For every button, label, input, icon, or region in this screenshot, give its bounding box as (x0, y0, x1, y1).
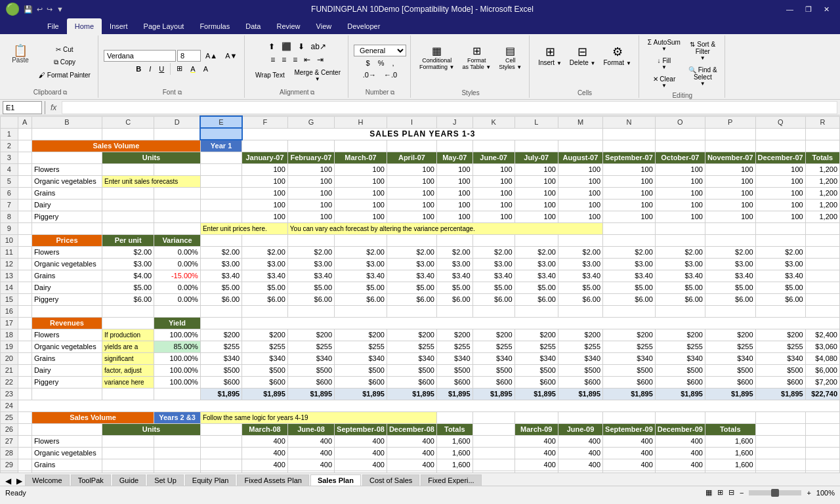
cell-c23[interactable] (102, 388, 154, 400)
cell-q27[interactable] (755, 435, 805, 447)
cell-p23[interactable]: $1,895 (705, 388, 755, 400)
cell-d12[interactable]: 0.00% (154, 258, 201, 270)
cell-m30[interactable]: 400 (558, 471, 602, 472)
cell-r28[interactable] (805, 447, 839, 459)
cell-k21[interactable]: $500 (472, 364, 514, 376)
col-header-j[interactable]: J (436, 116, 472, 128)
cell-r3[interactable]: Totals (805, 152, 839, 163)
cell-a20[interactable] (18, 352, 32, 364)
cell-c13[interactable]: $4.00 (102, 270, 154, 282)
cell-k7[interactable]: 100 (472, 199, 514, 211)
sheet-tab-cost-of-sales[interactable]: Cost of Sales (362, 474, 419, 486)
cell-c11[interactable]: $2.00 (102, 246, 154, 258)
cell-p30[interactable]: 1,600 (705, 471, 755, 472)
cell-r9[interactable] (805, 222, 839, 234)
cell-l16[interactable] (514, 305, 558, 317)
cell-i4[interactable]: 100 (387, 163, 436, 175)
cell-r4[interactable]: 1,200 (805, 163, 839, 175)
cell-p10[interactable] (705, 234, 755, 246)
cell-f28[interactable]: 400 (242, 447, 288, 459)
cell-g30[interactable]: 400 (287, 471, 334, 472)
cell-l14[interactable]: $5.00 (514, 282, 558, 293)
cell-c8[interactable] (102, 211, 154, 222)
cell-q4[interactable]: 100 (755, 163, 805, 175)
cell-l27[interactable]: 400 (514, 435, 558, 447)
cell-m6[interactable]: 100 (558, 187, 602, 199)
cell-i13[interactable]: $3.40 (387, 270, 436, 282)
fill-button[interactable]: ↓ Fill ▼ (644, 55, 684, 72)
cell-p1[interactable] (705, 128, 755, 140)
cell-l4[interactable]: 100 (514, 163, 558, 175)
sheet-tab-sales-plan[interactable]: Sales Plan (310, 474, 361, 486)
cell-i26[interactable]: December-08 (387, 423, 436, 435)
cell-b3[interactable] (32, 152, 102, 163)
cell-q28[interactable] (755, 447, 805, 459)
cell-g9[interactable]: You can vary each forecast by altering t… (287, 222, 602, 234)
cell-q20[interactable]: $340 (755, 352, 805, 364)
cell-k2[interactable] (472, 140, 514, 152)
cut-button[interactable]: ✂ Cut (35, 44, 94, 55)
cell-g27[interactable]: 400 (287, 435, 334, 447)
cell-f6[interactable]: 100 (242, 187, 288, 199)
cell-n7[interactable]: 100 (603, 199, 656, 211)
cell-m18[interactable]: $200 (558, 329, 602, 341)
cell-h27[interactable]: 400 (335, 435, 387, 447)
cell-a23[interactable] (18, 388, 32, 400)
cell-a13[interactable] (18, 270, 32, 282)
cell-b21[interactable]: Dairy (32, 364, 102, 376)
cell-g13[interactable]: $3.40 (287, 270, 334, 282)
cell-f26[interactable]: March-08 (242, 423, 288, 435)
cell-p12[interactable]: $3.00 (705, 258, 755, 270)
sheet-nav-right[interactable]: ▶ (14, 476, 25, 486)
cell-q1[interactable] (755, 128, 805, 140)
sheet-tab-welcome[interactable]: Welcome (25, 474, 70, 486)
cell-l5[interactable]: 100 (514, 175, 558, 187)
cell-j3[interactable]: May-07 (436, 152, 472, 163)
cell-p7[interactable]: 100 (705, 199, 755, 211)
cell-k26[interactable] (472, 423, 514, 435)
cell-e5[interactable] (200, 175, 242, 187)
cell-f20[interactable]: $340 (242, 352, 288, 364)
cell-n1[interactable] (603, 128, 656, 140)
cell-b17[interactable]: Revenues (32, 317, 102, 329)
clear-button[interactable]: ✕ Clear ▼ (644, 74, 684, 91)
cell-d27[interactable] (154, 435, 201, 447)
cell-i23[interactable]: $1,895 (387, 388, 436, 400)
cell-p6[interactable]: 100 (705, 187, 755, 199)
cell-n12[interactable]: $3.00 (603, 258, 656, 270)
cell-g5[interactable]: 100 (287, 175, 334, 187)
cell-h16[interactable] (335, 305, 387, 317)
cell-j26[interactable]: Totals (436, 423, 472, 435)
cell-e6[interactable] (200, 187, 242, 199)
cell-f15[interactable]: $6.00 (242, 293, 288, 305)
cell-c28[interactable] (102, 447, 154, 459)
cell-n2[interactable] (603, 140, 656, 152)
cell-k3[interactable]: June-07 (472, 152, 514, 163)
tab-data[interactable]: Data (238, 18, 268, 34)
cell-m8[interactable]: 100 (558, 211, 602, 222)
cell-n13[interactable]: $3.40 (603, 270, 656, 282)
wrap-text-button[interactable]: Wrap Text (250, 70, 289, 81)
currency-button[interactable]: $ (363, 58, 373, 68)
quick-access-save[interactable]: 💾 (24, 5, 33, 14)
font-color-button[interactable]: A (200, 64, 211, 74)
cell-o13[interactable]: $3.40 (655, 270, 705, 282)
cell-l30[interactable]: 400 (514, 471, 558, 472)
cell-g21[interactable]: $500 (287, 364, 334, 376)
cell-k8[interactable]: 100 (472, 211, 514, 222)
cell-p19[interactable]: $255 (705, 341, 755, 352)
cell-a5[interactable] (18, 175, 32, 187)
cell-k19[interactable]: $255 (472, 341, 514, 352)
col-header-m[interactable]: M (558, 116, 602, 128)
cell-a8[interactable] (18, 211, 32, 222)
cell-r16[interactable] (805, 305, 839, 317)
cell-l28[interactable]: 400 (514, 447, 558, 459)
cell-l7[interactable]: 100 (514, 199, 558, 211)
cell-m29[interactable]: 400 (558, 459, 602, 471)
cell-k29[interactable] (472, 459, 514, 471)
cell-l6[interactable]: 100 (514, 187, 558, 199)
cell-o25[interactable] (655, 411, 705, 423)
cell-h6[interactable]: 100 (335, 187, 387, 199)
cell-a2[interactable] (18, 140, 32, 152)
clipboard-expand-icon[interactable]: ⧉ (63, 89, 67, 96)
